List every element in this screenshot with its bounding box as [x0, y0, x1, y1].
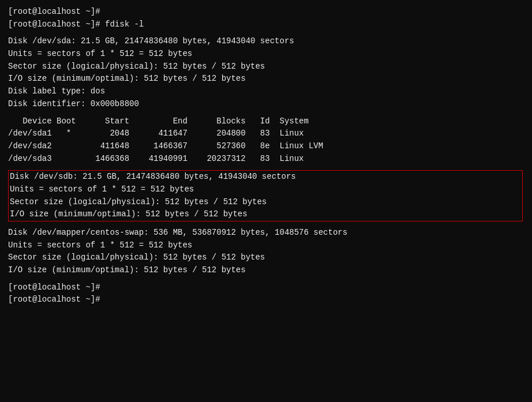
- prompt-line-2: [root@localhost ~]#: [8, 281, 524, 294]
- spacer-2: [8, 111, 524, 115]
- io-size-sda: I/O size (minimum/optimal): 512 bytes / …: [8, 73, 524, 85]
- prompt-line-1: [root@localhost ~]#: [8, 6, 524, 18]
- partition-header: Device Boot Start End Blocks Id System: [8, 115, 524, 128]
- units-sdb: Units = sectors of 1 * 512 = 512 bytes: [10, 183, 521, 196]
- disk-sda-info: Disk /dev/sda: 21.5 GB, 21474836480 byte…: [8, 35, 524, 48]
- partition-sda3: /dev/sda3 1466368 41940991 20237312 83 L…: [8, 153, 524, 166]
- units-sda: Units = sectors of 1 * 512 = 512 bytes: [8, 48, 524, 61]
- sector-size-sda: Sector size (logical/physical): 512 byte…: [8, 61, 524, 73]
- partition-sda2: /dev/sda2 411648 1466367 527360 8e Linux…: [8, 140, 524, 153]
- disk-identifier-sda: Disk identifier: 0x000b8800: [8, 98, 524, 111]
- spacer-1: [8, 31, 524, 35]
- io-size-swap: I/O size (minimum/optimal): 512 bytes / …: [8, 264, 524, 277]
- units-swap: Units = sectors of 1 * 512 = 512 bytes: [8, 239, 524, 252]
- partition-sda1: /dev/sda1 * 2048 411647 204800 83 Linux: [8, 127, 524, 140]
- disk-label-sda: Disk label type: dos: [8, 85, 524, 98]
- spacer-5: [8, 277, 524, 281]
- spacer-3: [8, 165, 524, 170]
- disk-sdb-info: Disk /dev/sdb: 21.5 GB, 21474836480 byte…: [10, 171, 521, 183]
- disk-swap-info: Disk /dev/mapper/centos-swap: 536 MB, 53…: [8, 227, 524, 239]
- sector-size-swap: Sector size (logical/physical): 512 byte…: [8, 251, 524, 264]
- io-size-sdb: I/O size (minimum/optimal): 512 bytes / …: [10, 208, 521, 221]
- terminal-window: [root@localhost ~]# [root@localhost ~]# …: [8, 6, 524, 396]
- command-line-1: [root@localhost ~]# fdisk -l: [8, 18, 524, 31]
- spacer-4: [8, 222, 524, 227]
- sector-size-sdb: Sector size (logical/physical): 512 byte…: [10, 196, 521, 209]
- highlighted-sdb-section: Disk /dev/sdb: 21.5 GB, 21474836480 byte…: [8, 170, 523, 221]
- prompt-line-3: [root@localhost ~]#: [8, 294, 524, 306]
